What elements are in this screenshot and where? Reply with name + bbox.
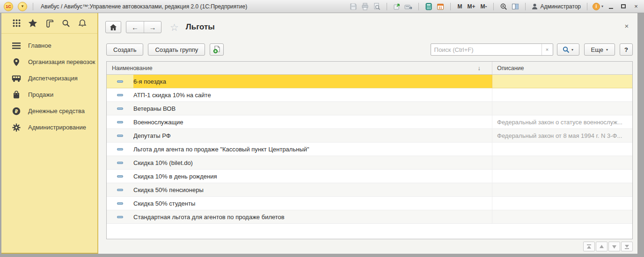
page-title: Льготы [186, 22, 215, 32]
list-toolbar: Создать Создать группу × ▾ Еще ▾ ? [106, 43, 633, 56]
svg-text:31: 31 [439, 6, 442, 9]
column-header-description[interactable]: Описание [492, 62, 632, 74]
sidebar-item-main[interactable]: Главное [1, 37, 97, 54]
list-item-icon [117, 216, 123, 218]
memory-recall-button[interactable]: M [456, 3, 463, 10]
row-name: Военнослужащие [133, 115, 492, 128]
close-button[interactable]: × [631, 2, 641, 11]
list-item-icon [117, 189, 123, 191]
sidebar-item-label: Диспетчеризация [28, 75, 78, 82]
search-icon[interactable] [61, 19, 71, 28]
window-titlebar: 1С ▼ Авибус / Авибус™:Управление автовок… [0, 0, 644, 13]
minimize-icon [609, 8, 613, 9]
go-to-link-icon[interactable] [404, 2, 413, 11]
favorite-star-icon[interactable]: ☆ [170, 22, 179, 32]
column-name-label: Наименование [112, 65, 153, 71]
print-icon[interactable] [360, 2, 370, 11]
list-item-icon [117, 175, 123, 178]
search-options-button[interactable]: ▾ [557, 43, 579, 56]
arrow-down-icon [611, 244, 617, 250]
table-rows: 6-я поездка АТП-1 скидка 10% на сайте Ве… [107, 75, 632, 224]
row-name: Льгота для агента по продаже "Кассовый п… [133, 143, 492, 156]
table-row[interactable]: 6-я поездка [107, 75, 632, 88]
table-row[interactable]: Скидка 10% (bilet.do) [107, 156, 632, 170]
calculator-icon[interactable] [424, 2, 433, 11]
row-name: Депутаты РФ [133, 129, 492, 142]
search-input[interactable] [431, 44, 542, 55]
print-preview-icon[interactable] [372, 2, 381, 11]
move-down-button[interactable] [608, 242, 620, 251]
sections-grid-icon[interactable] [12, 19, 21, 28]
table-row[interactable]: Стандартная льгота для агентов по продаж… [107, 210, 632, 224]
table-row[interactable]: Скидка 50% студенты [107, 197, 632, 210]
info-menu-button[interactable]: i ▾ [593, 3, 603, 10]
chevron-down-icon: ▾ [606, 48, 608, 52]
current-user[interactable]: Администратор [531, 3, 582, 10]
list-item-icon [117, 162, 123, 164]
help-button[interactable]: ? [620, 43, 633, 56]
minimize-button[interactable] [606, 2, 616, 11]
sidebar-item-label: Главное [28, 42, 51, 49]
user-icon [532, 3, 538, 10]
ruble-coin-icon: ₽ [12, 107, 21, 115]
move-up-button[interactable] [596, 242, 607, 251]
go-to-first-button[interactable] [583, 242, 595, 251]
list-item-icon [117, 135, 123, 137]
maximize-button[interactable] [618, 2, 629, 11]
sidebar-item-transport-organization[interactable]: Организация перевозок [1, 54, 97, 70]
more-button[interactable]: Еще ▾ [584, 43, 615, 56]
memory-add-button[interactable]: M+ [466, 3, 476, 10]
home-button[interactable] [105, 21, 121, 33]
create-group-button[interactable]: Создать группу [148, 43, 205, 56]
create-by-copy-button[interactable] [210, 43, 224, 56]
list-item-icon [117, 121, 123, 123]
back-button[interactable]: ← [126, 21, 144, 33]
app-body: Главное Организация перевозок Диспетчери… [1, 13, 637, 254]
notifications-bell-icon[interactable] [78, 19, 87, 28]
zoom-icon[interactable] [499, 2, 508, 11]
row-name: Скидка 50% пенсионеры [133, 183, 492, 196]
table-row[interactable]: Скидка 50% пенсионеры [107, 183, 632, 197]
table-header: Наименование ↓ Описание [107, 62, 632, 75]
table-row[interactable]: Льгота для агента по продаже "Кассовый п… [107, 143, 632, 156]
arrow-bottom-icon [624, 244, 630, 250]
sidebar-item-money[interactable]: ₽ Денежные средства [1, 103, 97, 119]
table-row[interactable]: Ветераны ВОВ [107, 102, 632, 115]
search-box: × [431, 43, 553, 56]
create-button[interactable]: Создать [106, 43, 143, 56]
table-row[interactable]: Военнослужащие Федеральный закон о стату… [107, 115, 632, 129]
row-name: 6-я поездка [133, 75, 492, 88]
get-link-icon[interactable] [392, 2, 402, 11]
divider [387, 3, 387, 10]
close-form-button[interactable]: × [622, 21, 631, 30]
go-to-last-button[interactable] [621, 242, 633, 251]
divider [493, 3, 494, 10]
column-header-name[interactable]: Наименование ↓ [107, 62, 492, 74]
calendar-icon[interactable]: 31 [436, 2, 445, 11]
table-row[interactable]: Скидка 10% в день рождения [107, 170, 632, 183]
row-name: Скидка 10% (bilet.do) [133, 156, 492, 169]
sidebar-item-administration[interactable]: Администрирование [1, 119, 97, 136]
save-icon[interactable] [349, 2, 358, 11]
table-row[interactable]: АТП-1 скидка 10% на сайте [107, 88, 632, 102]
page-header: ← → ☆ Льготы [105, 21, 215, 33]
list-item-icon [117, 80, 123, 83]
row-name: Скидка 10% в день рождения [133, 170, 492, 183]
arrow-top-icon [586, 244, 592, 250]
list-item-icon [117, 107, 123, 110]
chevron-down-icon: ▾ [601, 4, 603, 8]
table-row[interactable]: Депутаты РФ Федеральный закон от 8 мая 1… [107, 129, 632, 143]
memory-subtract-button[interactable]: M- [479, 3, 488, 10]
location-pin-icon [12, 58, 21, 66]
sidebar-item-sales[interactable]: Продажи [1, 86, 97, 103]
favorites-star-icon[interactable] [28, 19, 37, 28]
history-scroll-icon[interactable] [45, 19, 54, 28]
benefits-table: Наименование ↓ Описание 6-я поездка АТП-… [106, 61, 633, 239]
system-menu-button[interactable]: ▼ [18, 2, 27, 11]
split-window-icon[interactable] [511, 2, 520, 11]
content-area: ← → ☆ Льготы × Создать Создать группу × … [98, 13, 637, 254]
svg-text:₽: ₽ [15, 108, 18, 114]
forward-button[interactable]: → [144, 21, 161, 33]
search-clear-icon[interactable]: × [542, 44, 553, 55]
sidebar-item-dispatching[interactable]: Диспетчеризация [1, 70, 97, 86]
